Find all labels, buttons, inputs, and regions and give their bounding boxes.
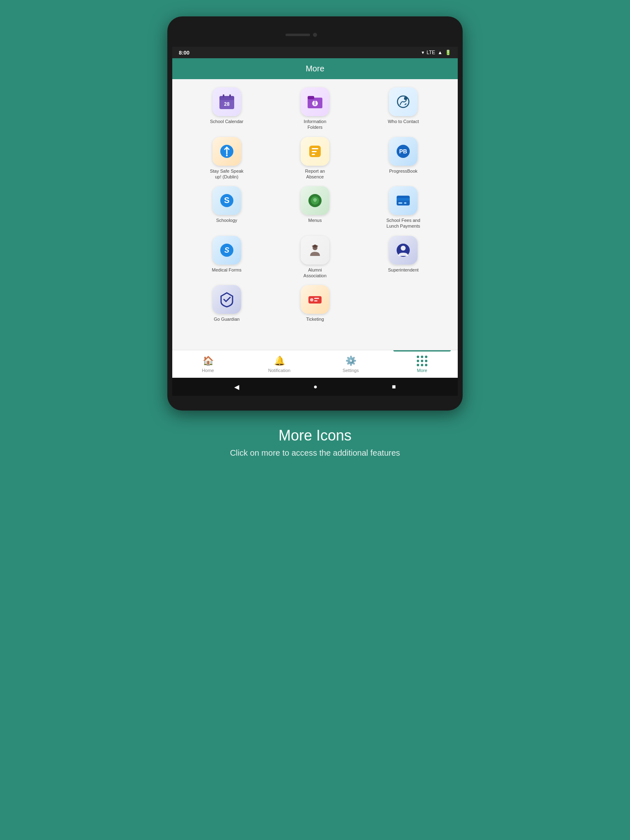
tablet-bottom-bar [172,396,458,402]
home-icon: 🏠 [203,356,214,366]
icon-item-superintendent[interactable]: Superintendent [361,236,445,279]
icon-item-menus[interactable]: Menus [273,186,357,229]
svg-point-13 [226,155,228,156]
menus-icon [301,186,329,215]
alumni-icon [301,236,329,265]
nav-notification[interactable]: 🔔 Notification [244,350,315,378]
svg-rect-6 [308,96,314,99]
svg-rect-27 [404,202,406,204]
battery-icon: 🔋 [445,50,451,55]
icon-item-stay-safe[interactable]: Stay Safe Speak up! (Dublin) [185,137,269,180]
school-calendar-label: School Calendar [210,119,243,124]
report-absence-icon [301,137,329,166]
progressbook-label: ProgressBook [389,168,418,174]
svg-rect-26 [398,202,402,204]
nav-settings[interactable]: ⚙️ Settings [315,350,386,378]
icon-item-go-guardian[interactable]: Go Guardian [185,285,269,322]
more-icon [417,356,427,366]
svg-rect-15 [312,148,318,149]
header-title: More [306,64,324,73]
icon-grid: 28 School Calendar [185,87,445,322]
school-calendar-icon: 28 [212,87,241,116]
notification-label: Notification [268,368,290,373]
schoology-icon: S [212,186,241,215]
bottom-nav: 🏠 Home 🔔 Notification ⚙️ Settings More [172,350,458,378]
recents-button[interactable]: ■ [392,383,396,390]
footer-text: More Icons Click on more to access the a… [230,427,400,458]
icon-item-school-fees[interactable]: School Fees and Lunch Payments [361,186,445,229]
wifi-icon: ▾ [422,50,424,55]
icon-item-report-absence[interactable]: Report an Absence [273,137,357,180]
tablet-top-bar [172,25,458,45]
svg-rect-36 [314,300,317,301]
medical-forms-label: Medical Forms [212,267,242,273]
go-guardian-label: Go Guardian [214,316,240,322]
stay-safe-label: Stay Safe Speak up! (Dublin) [208,168,245,180]
go-guardian-icon [212,285,241,314]
signal-icon: ▲ [438,50,443,55]
icon-item-who-contact[interactable]: Who to Contact [361,87,445,130]
svg-text:28: 28 [224,101,230,107]
who-contact-icon [389,87,418,116]
nav-home[interactable]: 🏠 Home [172,350,244,378]
app-header: More [172,58,458,79]
svg-rect-17 [312,154,315,155]
svg-text:S: S [224,246,229,254]
svg-rect-2 [223,94,224,98]
icon-item-schoology[interactable]: S Schoology [185,186,269,229]
info-folders-label: Information Folders [297,119,333,130]
icon-item-ticketing[interactable]: Ticketing [273,285,357,322]
status-bar: 8:00 ▾ LTE ▲ 🔋 [172,47,458,58]
home-button[interactable]: ● [313,383,317,390]
back-button[interactable]: ◀ [234,383,239,391]
svg-rect-1 [219,96,234,100]
home-label: Home [202,368,214,373]
who-contact-label: Who to Contact [388,119,419,124]
icon-item-info-folders[interactable]: Information Folders [273,87,357,130]
svg-rect-8 [315,102,315,105]
nav-more[interactable]: More [386,350,458,378]
stay-safe-icon [212,137,241,166]
android-nav: ◀ ● ■ [172,378,458,396]
svg-point-32 [401,246,406,251]
medical-forms-icon: S [212,236,241,265]
svg-rect-25 [397,198,410,201]
report-absence-label: Report an Absence [297,168,333,180]
superintendent-label: Superintendent [388,267,419,273]
icon-item-medical-forms[interactable]: S Medical Forms [185,236,269,279]
svg-point-9 [314,100,315,102]
notification-icon: 🔔 [274,356,285,366]
school-fees-label: School Fees and Lunch Payments [385,217,422,229]
tablet-camera [313,33,317,37]
svg-rect-35 [314,298,319,299]
icon-item-alumni[interactable]: Alumni Association [273,236,357,279]
more-label: More [417,368,427,373]
status-icons: ▾ LTE ▲ 🔋 [422,50,451,55]
lte-label: LTE [427,50,435,55]
menus-label: Menus [308,217,322,223]
svg-point-11 [404,97,407,100]
info-folders-icon [301,87,329,116]
svg-rect-16 [312,151,317,152]
settings-icon: ⚙️ [345,356,356,366]
footer-title: More Icons [230,427,400,444]
school-fees-icon [389,186,418,215]
svg-point-34 [310,298,313,301]
schoology-label: Schoology [216,217,237,223]
tablet-shell: 8:00 ▾ LTE ▲ 🔋 More [167,16,463,411]
alumni-label: Alumni Association [297,267,333,279]
icon-item-school-calendar[interactable]: 28 School Calendar [185,87,269,130]
content-area: 28 School Calendar [172,79,458,350]
superintendent-icon [389,236,418,265]
svg-rect-3 [229,94,231,98]
svg-text:S: S [224,196,229,205]
screen: 8:00 ▾ LTE ▲ 🔋 More [172,47,458,396]
ticketing-icon [301,285,329,314]
ticketing-label: Ticketing [306,316,324,322]
settings-label: Settings [342,368,359,373]
footer-subtitle: Click on more to access the additional f… [230,448,400,458]
svg-text:PB: PB [399,148,407,155]
progressbook-icon: PB [389,137,418,166]
tablet-speaker [285,34,310,36]
icon-item-progressbook[interactable]: PB ProgressBook [361,137,445,180]
